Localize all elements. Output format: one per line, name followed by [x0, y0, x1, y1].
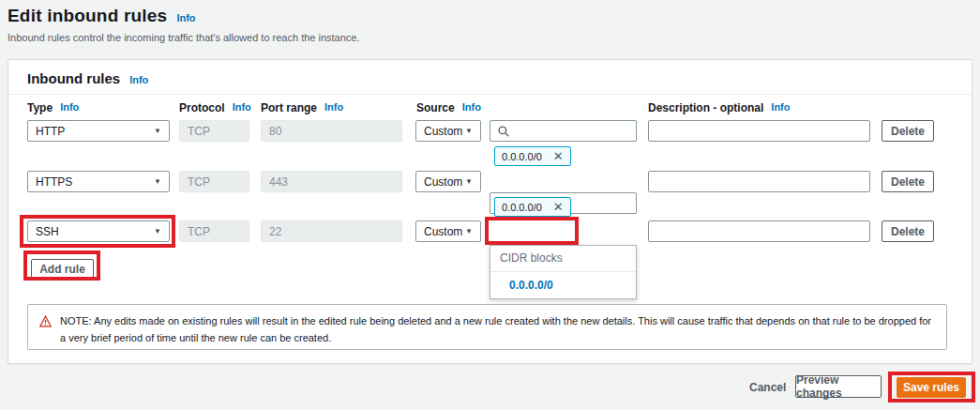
add-rule-button[interactable]: Add rule: [31, 259, 94, 280]
source-search-input-row1[interactable]: [515, 125, 628, 138]
save-rules-label: Save rules: [903, 381, 959, 394]
protocol-field-row1: TCP: [179, 120, 249, 142]
cidr-suggestion-dropdown: CIDR blocks 0.0.0.0/0: [490, 245, 637, 299]
page-subtitle: Inbound rules control the incoming traff…: [8, 32, 360, 43]
warning-icon: [39, 315, 52, 327]
chevron-down-icon: ▼: [154, 178, 161, 186]
type-select-row2-value: HTTPS: [36, 175, 72, 189]
protocol-value-row2: TCP: [188, 175, 210, 189]
column-header-port-range: Port range: [261, 101, 317, 114]
source-select-row2[interactable]: Custom ▼: [415, 171, 481, 192]
type-select-row1[interactable]: HTTP ▼: [27, 120, 170, 142]
port-range-field-row3: 22: [261, 220, 402, 242]
cidr-chip-row2: 0.0.0.0/0 ✕: [494, 197, 571, 217]
protocol-value-row3: TCP: [188, 225, 210, 238]
source-select-row3[interactable]: Custom ▼: [415, 220, 481, 242]
port-range-value-row1: 80: [269, 125, 281, 138]
column-header-protocol: Protocol: [179, 101, 225, 114]
remove-cidr-icon[interactable]: ✕: [553, 150, 564, 162]
inbound-rules-panel: Inbound rules Info Type Info Protocol In…: [8, 59, 972, 364]
remove-cidr-icon[interactable]: ✕: [553, 201, 564, 213]
delete-button-row2-label: Delete: [891, 175, 925, 189]
column-port-range-info-link[interactable]: Info: [324, 101, 343, 114]
chevron-down-icon: ▼: [465, 128, 473, 135]
source-select-row3-value: Custom: [424, 225, 462, 238]
delete-button-row3-label: Delete: [891, 225, 925, 238]
preview-changes-button[interactable]: Preview changes: [795, 375, 882, 398]
note-text: NOTE: Any edits made on existing rules w…: [60, 313, 935, 341]
cidr-option[interactable]: 0.0.0.0/0: [490, 272, 636, 298]
source-select-row2-value: Custom: [424, 175, 462, 189]
cidr-chip-row1: 0.0.0.0/0 ✕: [494, 146, 571, 166]
chevron-down-icon: ▼: [154, 228, 161, 235]
protocol-field-row3: TCP: [179, 220, 249, 242]
type-select-row3[interactable]: SSH ▼: [27, 220, 170, 242]
preview-changes-label: Preview changes: [796, 373, 881, 400]
column-header-description: Description - optional: [648, 101, 763, 114]
delete-button-row3[interactable]: Delete: [882, 220, 934, 242]
chevron-down-icon: ▼: [465, 228, 473, 235]
add-rule-button-label: Add rule: [39, 263, 85, 276]
port-range-value-row2: 443: [269, 175, 288, 189]
source-select-row1[interactable]: Custom ▼: [415, 120, 481, 142]
cidr-chip-row2-value: 0.0.0.0/0: [502, 202, 542, 213]
source-search-row1[interactable]: [490, 120, 637, 142]
cancel-button[interactable]: Cancel: [749, 381, 786, 394]
column-source-info-link[interactable]: Info: [462, 101, 481, 114]
page-title-info-link[interactable]: Info: [176, 12, 195, 23]
delete-button-row1-label: Delete: [891, 125, 925, 138]
panel-header: Inbound rules Info: [8, 60, 972, 95]
protocol-value-row1: TCP: [188, 125, 210, 138]
port-range-field-row2: 443: [261, 171, 402, 192]
column-header-type: Type: [27, 101, 53, 114]
search-icon: [498, 126, 509, 137]
chevron-down-icon: ▼: [465, 178, 473, 186]
description-input-row2[interactable]: [648, 171, 870, 192]
port-range-field-row1: 80: [261, 120, 402, 142]
column-protocol-info-link[interactable]: Info: [233, 101, 251, 114]
description-input-row3[interactable]: [648, 220, 870, 242]
column-description-info-link[interactable]: Info: [771, 101, 790, 114]
cidr-chip-row1-value: 0.0.0.0/0: [502, 151, 542, 162]
type-select-row3-value: SSH: [36, 225, 59, 238]
protocol-field-row2: TCP: [179, 171, 249, 192]
chevron-down-icon: ▼: [154, 128, 161, 135]
port-range-value-row3: 22: [269, 225, 281, 238]
panel-title-info-link[interactable]: Info: [129, 74, 148, 85]
delete-button-row1[interactable]: Delete: [882, 120, 934, 142]
cidr-group-label: CIDR blocks: [490, 246, 636, 272]
note-banner: NOTE: Any edits made on existing rules w…: [27, 304, 947, 350]
column-header-source: Source: [416, 101, 455, 114]
source-select-row1-value: Custom: [424, 125, 462, 138]
type-select-row2[interactable]: HTTPS ▼: [27, 171, 170, 192]
column-type-info-link[interactable]: Info: [60, 101, 79, 114]
page-title: Edit inbound rules: [8, 6, 167, 26]
save-rules-button[interactable]: Save rules: [897, 377, 966, 398]
panel-title: Inbound rules: [27, 70, 120, 86]
delete-button-row2[interactable]: Delete: [882, 171, 934, 192]
description-input-row1[interactable]: [648, 120, 870, 142]
type-select-row1-value: HTTP: [36, 125, 65, 138]
